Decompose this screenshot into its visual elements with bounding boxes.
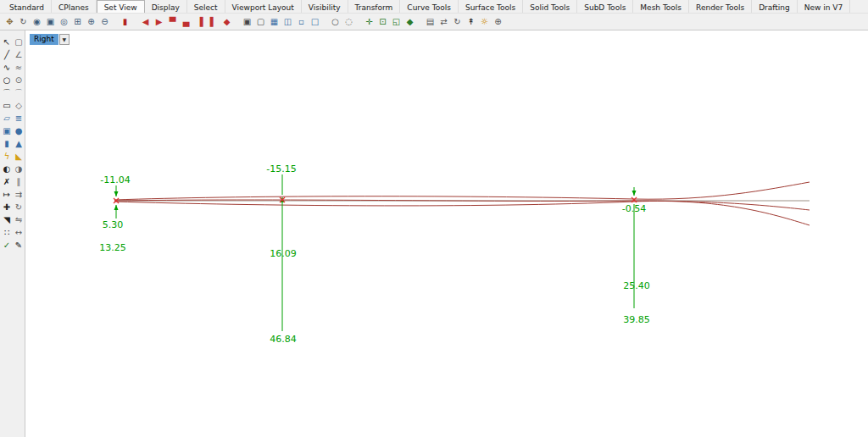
- chamfer-icon[interactable]: ◣: [13, 151, 25, 162]
- measurement-label[interactable]: 16.09: [270, 248, 297, 259]
- menu-tab-subd-tools[interactable]: SubD Tools: [577, 0, 633, 13]
- pencil-icon[interactable]: ✎: [13, 240, 25, 251]
- spotlight-icon[interactable]: ◌: [342, 15, 355, 28]
- menu-tab-mesh-tools[interactable]: Mesh Tools: [633, 0, 689, 13]
- menu-tab-transform[interactable]: Transform: [348, 0, 401, 13]
- measurement-label[interactable]: 5.30: [103, 219, 124, 230]
- toolbar-separator: [112, 15, 118, 28]
- measurement-label[interactable]: -0.54: [622, 203, 646, 214]
- box-icon[interactable]: ▣: [1, 125, 13, 136]
- pan-view-icon[interactable]: ✥: [3, 15, 16, 28]
- measurement-label[interactable]: -11.04: [100, 174, 130, 185]
- surface-icon[interactable]: ▱: [1, 113, 13, 124]
- curve-icon[interactable]: ∿: [1, 62, 13, 73]
- view-top-icon[interactable]: ▀: [166, 15, 179, 28]
- measurement-label[interactable]: 46.84: [270, 334, 297, 345]
- menu-tab-standard[interactable]: Standard: [3, 0, 52, 13]
- compass-icon[interactable]: ⊕: [492, 15, 504, 28]
- rotate-icon[interactable]: ↻: [13, 202, 25, 213]
- polygon-icon[interactable]: ◇: [13, 100, 25, 111]
- view-right-icon[interactable]: ▐: [193, 15, 206, 28]
- walkabout-icon[interactable]: ↟: [465, 15, 477, 28]
- arc-icon[interactable]: ⌒: [1, 87, 13, 98]
- menu-tab-visibility[interactable]: Visibility: [302, 0, 348, 13]
- zoom-selected-icon[interactable]: ◎: [58, 15, 70, 28]
- array-icon[interactable]: ∷: [1, 227, 13, 238]
- zoom-lens-icon[interactable]: ○: [329, 15, 342, 28]
- rotate-camera-icon[interactable]: ↻: [451, 15, 464, 28]
- menu-tab-cplanes[interactable]: CPlanes: [52, 0, 97, 13]
- rotate-view-icon[interactable]: ↻: [17, 15, 30, 28]
- split-icon[interactable]: ∥: [13, 176, 25, 187]
- sphere-icon[interactable]: ●: [13, 125, 25, 136]
- result-curve[interactable]: [114, 182, 810, 200]
- next-view-icon[interactable]: ▶: [153, 15, 165, 28]
- viewport-dropdown-button[interactable]: ▼: [59, 34, 70, 45]
- menu-tab-viewport-layout[interactable]: Viewport Layout: [225, 0, 302, 13]
- measurement-label[interactable]: 13.25: [99, 242, 126, 253]
- mirror-icon[interactable]: ⇋: [13, 214, 25, 225]
- handle-curve-icon[interactable]: ≈: [13, 62, 25, 73]
- boolean-difference-icon[interactable]: ◑: [13, 163, 25, 174]
- menu-tab-surface-tools[interactable]: Surface Tools: [459, 0, 523, 13]
- camera-icon[interactable]: ▣: [241, 15, 253, 28]
- cone-icon[interactable]: ▲: [13, 138, 25, 149]
- measurement-label[interactable]: 25.40: [623, 280, 650, 291]
- zoom-out-icon[interactable]: ⊖: [98, 15, 111, 28]
- result-curve[interactable]: [114, 200, 810, 210]
- view-perspective-icon[interactable]: ◆: [220, 15, 233, 28]
- move-icon[interactable]: ✚: [1, 202, 13, 213]
- zoom-dynamic-icon[interactable]: ◉: [31, 15, 43, 28]
- view-front-icon[interactable]: ▄: [180, 15, 192, 28]
- viewport-layout-icon[interactable]: ▦: [268, 15, 281, 28]
- loft-icon[interactable]: ≣: [13, 113, 25, 124]
- trim-icon[interactable]: ✗: [1, 176, 13, 187]
- universal-cplane-icon[interactable]: ◆: [403, 15, 416, 28]
- scale-icon[interactable]: ◥: [1, 214, 13, 225]
- menu-tab-set-view[interactable]: Set View: [97, 0, 145, 13]
- set-cplane-icon[interactable]: ◱: [390, 15, 403, 28]
- undo-view-icon[interactable]: ▮: [119, 15, 131, 28]
- menu-tab-new-in-v7[interactable]: New in V7: [798, 0, 850, 13]
- check-icon[interactable]: ✓: [1, 240, 13, 251]
- line-segments-icon[interactable]: ∠: [13, 49, 25, 60]
- boolean-union-icon[interactable]: ◐: [1, 163, 13, 174]
- measurement-label[interactable]: -15.15: [266, 163, 296, 174]
- polyline-icon[interactable]: ╱: [1, 49, 13, 60]
- arc-3pt-icon[interactable]: ⌒: [13, 87, 25, 98]
- sun-icon[interactable]: ☼: [478, 15, 491, 28]
- menu-tab-solid-tools[interactable]: Solid Tools: [523, 0, 577, 13]
- select-pointer-icon[interactable]: ↖: [1, 36, 13, 47]
- zoom-extents-icon[interactable]: ⊞: [71, 15, 84, 28]
- new-viewport-icon[interactable]: ▫: [295, 15, 308, 28]
- select-brush-icon[interactable]: ▢: [13, 36, 25, 47]
- menu-tab-select[interactable]: Select: [187, 0, 225, 13]
- cplane-icon[interactable]: ⊡: [376, 15, 389, 28]
- dimension-icon[interactable]: ↔: [13, 227, 25, 238]
- circle-icon[interactable]: ○: [1, 75, 13, 86]
- result-curve[interactable]: [114, 201, 810, 225]
- measurement-label[interactable]: 39.85: [623, 314, 650, 325]
- menu-tab-curve-tools[interactable]: Curve Tools: [400, 0, 459, 13]
- view-back-icon[interactable]: ▌: [207, 15, 220, 28]
- named-views-icon[interactable]: ▤: [424, 15, 437, 28]
- maximize-viewport-icon[interactable]: □: [309, 15, 321, 28]
- split-viewport-icon[interactable]: ◫: [281, 15, 294, 28]
- fillet-icon[interactable]: ϟ: [1, 151, 13, 162]
- menu-tab-display[interactable]: Display: [145, 0, 187, 13]
- show-camera-icon[interactable]: ▢: [254, 15, 267, 28]
- zoom-window-icon[interactable]: ▣: [44, 15, 57, 28]
- extend-icon[interactable]: ↦: [1, 189, 13, 200]
- menu-tab-drafting[interactable]: Drafting: [752, 0, 798, 13]
- offset-icon[interactable]: ⇉: [13, 189, 25, 200]
- ellipse-icon[interactable]: ⊙: [13, 75, 25, 86]
- rectangle-icon[interactable]: ▭: [1, 100, 13, 111]
- synchronize-views-icon[interactable]: ⇄: [437, 15, 450, 28]
- menu-tab-render-tools[interactable]: Render Tools: [689, 0, 752, 13]
- world-axes-icon[interactable]: ✛: [363, 15, 376, 28]
- previous-view-icon[interactable]: ◀: [139, 15, 152, 28]
- viewport-title[interactable]: Right: [30, 34, 58, 45]
- viewport-canvas[interactable]: Right ▼ -11.045.3013.25-15.1516.0946.84-…: [25, 30, 868, 437]
- zoom-in-icon[interactable]: ⊕: [85, 15, 97, 28]
- cylinder-icon[interactable]: ▮: [1, 138, 13, 149]
